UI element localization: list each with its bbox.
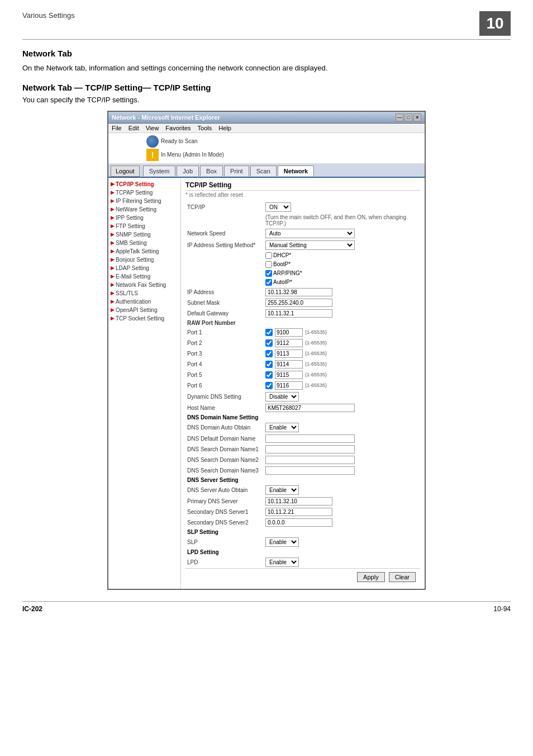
- network-speed-select[interactable]: Auto: [265, 229, 355, 238]
- dns-default-domain-label: DNS Default Domain Name: [185, 433, 264, 444]
- port1-input[interactable]: [275, 328, 303, 337]
- sidebar-label: AppleTalk Setting: [116, 248, 159, 254]
- row-port5: Port 5 (1-65535): [185, 370, 420, 380]
- tab-network[interactable]: Network: [278, 166, 314, 176]
- sidebar-item-ipp[interactable]: ▶ IPP Setting: [108, 214, 180, 222]
- tcpip-hint: (Turn the main switch OFF, and then ON, …: [264, 213, 420, 228]
- sidebar-label: LDAP Setting: [116, 265, 149, 271]
- arrow-icon: ▶: [111, 257, 115, 262]
- sidebar-item-bonjour[interactable]: ▶ Bonjour Setting: [108, 256, 180, 264]
- row-tcpip-hint: (Turn the main switch OFF, and then ON, …: [185, 213, 420, 228]
- arrow-icon: ▶: [111, 206, 115, 212]
- apply-button[interactable]: Apply: [357, 572, 385, 582]
- dns-auto-obtain-select[interactable]: Enable Disable: [265, 423, 299, 432]
- port3-input[interactable]: [275, 349, 303, 358]
- subnet-mask-input[interactable]: [265, 299, 332, 307]
- tab-box[interactable]: Box: [200, 166, 223, 176]
- maximize-button[interactable]: □: [404, 114, 412, 121]
- primary-dns-input[interactable]: [265, 497, 332, 505]
- tcpip-select[interactable]: ON OFF: [265, 202, 291, 212]
- secondary-dns2-input[interactable]: [265, 518, 332, 527]
- tab-scan[interactable]: Scan: [250, 166, 277, 176]
- port6-input[interactable]: [275, 381, 303, 390]
- dhcp-checkbox[interactable]: [265, 252, 272, 259]
- row-arppping: ARP/PING*: [185, 269, 420, 278]
- tab-job[interactable]: Job: [177, 166, 199, 176]
- arppping-checkbox[interactable]: [265, 270, 272, 277]
- minimize-button[interactable]: —: [396, 114, 403, 121]
- sidebar-item-tcpsocket[interactable]: ▶ TCP Socket Setting: [108, 314, 180, 323]
- menu-view[interactable]: View: [146, 125, 159, 131]
- port3-label: Port 3: [185, 348, 264, 359]
- port2-input[interactable]: [275, 339, 303, 347]
- port2-checkbox[interactable]: [265, 339, 273, 347]
- port3-checkbox[interactable]: [265, 350, 273, 357]
- port5-checkbox[interactable]: [265, 371, 273, 379]
- menu-favorites[interactable]: Favorites: [165, 125, 191, 131]
- default-gw-label: Default Gateway: [185, 308, 264, 319]
- dns-search1-input[interactable]: [265, 445, 355, 453]
- menu-file[interactable]: File: [112, 125, 122, 131]
- row-slp-section: SLP Setting: [185, 528, 420, 536]
- sidebar-item-ftp[interactable]: ▶ FTP Setting: [108, 222, 180, 230]
- port6-range: (1-65535): [305, 382, 327, 388]
- ip-method-select[interactable]: Manual Setting: [265, 240, 355, 250]
- port4-label: Port 4: [185, 359, 264, 370]
- menu-edit[interactable]: Edit: [129, 125, 139, 131]
- host-name-input[interactable]: [265, 404, 355, 412]
- port4-cell: (1-65535): [264, 359, 420, 370]
- close-button[interactable]: ✕: [413, 114, 421, 121]
- sidebar-item-ssltls[interactable]: ▶ SSL/TLS: [108, 289, 180, 297]
- slp-select[interactable]: Enable Disable: [265, 537, 299, 547]
- dns-default-domain-input[interactable]: [265, 434, 355, 443]
- menu-tools[interactable]: Tools: [198, 125, 212, 131]
- sidebar-item-smb[interactable]: ▶ SMB Setting: [108, 239, 180, 247]
- port6-checkbox[interactable]: [265, 382, 273, 389]
- sidebar-item-ldap[interactable]: ▶ LDAP Setting: [108, 264, 180, 272]
- clear-button[interactable]: Clear: [389, 572, 416, 582]
- sidebar-item-openapi[interactable]: ▶ OpenAPI Setting: [108, 306, 180, 314]
- sidebar-item-email[interactable]: ▶ E-Mail Setting: [108, 272, 180, 281]
- secondary-dns1-input[interactable]: [265, 508, 332, 516]
- arppping-label: ARP/PING*: [273, 270, 302, 276]
- row-dns-server-section: DNS Server Setting: [185, 476, 420, 484]
- sidebar-item-appletalk[interactable]: ▶ AppleTalk Setting: [108, 247, 180, 256]
- dhcp-cell: DHCP*: [264, 251, 420, 260]
- sidebar-label: Bonjour Setting: [116, 257, 154, 263]
- ip-address-input[interactable]: [265, 288, 332, 296]
- port4-input[interactable]: [275, 360, 303, 368]
- tab-system[interactable]: System: [143, 166, 176, 176]
- sidebar-label: OpenAPI Setting: [116, 307, 158, 313]
- port5-input[interactable]: [275, 371, 303, 379]
- dns-search3-label: DNS Search Domain Name3: [185, 465, 264, 476]
- bootp-checkbox[interactable]: [265, 261, 272, 268]
- tab-logout[interactable]: Logout: [111, 166, 140, 177]
- sidebar-item-tcpap[interactable]: ▶ TCPAP Setting: [108, 188, 180, 197]
- default-gw-input[interactable]: [265, 309, 332, 318]
- row-bootp: BootP*: [185, 260, 420, 269]
- row-subnet-mask: Subnet Mask: [185, 297, 420, 308]
- dynamic-dns-select[interactable]: Disable Enable: [265, 392, 299, 401]
- dns-search2-input[interactable]: [265, 456, 355, 464]
- dns-server-section-label: DNS Server Setting: [185, 476, 420, 484]
- dns-search3-input[interactable]: [265, 466, 355, 475]
- port6-label: Port 6: [185, 380, 264, 391]
- port1-checkbox[interactable]: [265, 329, 273, 336]
- titlebar-buttons: — □ ✕: [396, 114, 421, 121]
- sidebar-item-tcpip[interactable]: ▶ TCP/IP Setting: [108, 180, 180, 188]
- dynamic-dns-label: Dynamic DNS Setting: [185, 391, 264, 403]
- sidebar-item-netfax[interactable]: ▶ Network Fax Setting: [108, 281, 180, 289]
- port4-checkbox[interactable]: [265, 361, 273, 368]
- sidebar-item-ipfilter[interactable]: ▶ IP Filtering Setting: [108, 197, 180, 205]
- content-note: * is reflected after reset: [185, 192, 420, 198]
- dns-server-auto-select[interactable]: Enable Disable: [265, 485, 299, 495]
- sidebar-item-netware[interactable]: ▶ NetWare Setting: [108, 205, 180, 214]
- menu-help[interactable]: Help: [218, 125, 231, 131]
- subsection-desc: You can specify the TCP/IP settings.: [22, 96, 511, 104]
- autoip-checkbox[interactable]: [265, 279, 272, 286]
- sidebar-item-auth[interactable]: ▶ Authentication: [108, 297, 180, 306]
- slp-label: SLP: [185, 536, 264, 548]
- sidebar-item-snmp[interactable]: ▶ SNMP Setting: [108, 230, 180, 239]
- tab-print[interactable]: Print: [224, 166, 249, 176]
- lpd-select[interactable]: Enable Disable: [265, 557, 299, 567]
